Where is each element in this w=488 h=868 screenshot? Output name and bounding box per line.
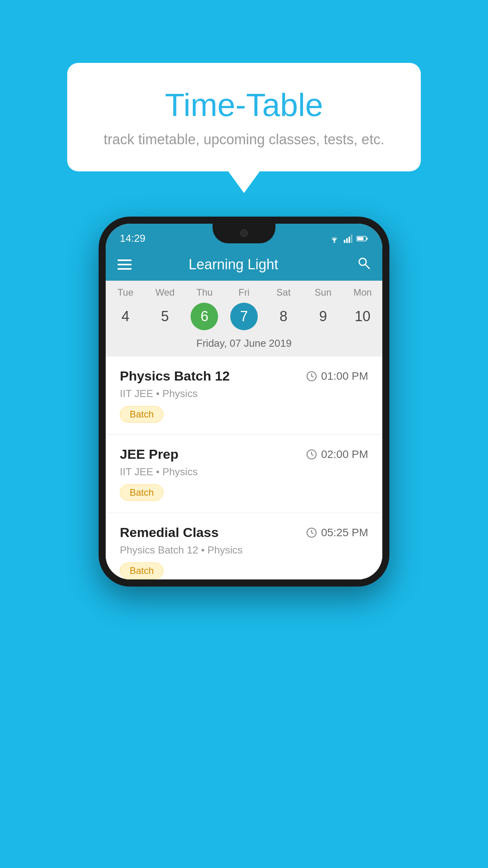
weekday-num: 9 [309, 303, 337, 330]
event-card[interactable]: Remedial Class 05:25 PM Physics Batch 12… [106, 513, 382, 579]
phone-wrapper: 14:29 [99, 217, 389, 587]
svg-point-0 [334, 241, 335, 243]
weekday-label: Thu [185, 287, 224, 298]
event-header: Physics Batch 12 01:00 PM [120, 368, 368, 384]
weekday-num: 8 [270, 303, 297, 330]
weekday-label: Sat [264, 287, 303, 298]
weekday-label: Tue [106, 287, 145, 298]
svg-rect-7 [357, 237, 363, 240]
search-button[interactable] [357, 256, 371, 273]
event-name: Remedial Class [120, 525, 218, 540]
weekdays-row: Tue4Wed5Thu6Fri7Sat8Sun9Mon10 [106, 281, 382, 333]
events-section: Physics Batch 12 01:00 PM IIT JEE • Phys… [106, 357, 382, 579]
weekday-label: Wed [145, 287, 185, 298]
battery-icon [356, 235, 368, 242]
weekday-cell[interactable]: Sun9 [303, 287, 343, 330]
clock-icon [306, 527, 317, 538]
speech-bubble-wrapper: Time-Table track timetable, upcoming cla… [67, 63, 421, 193]
svg-line-9 [365, 265, 369, 268]
menu-button[interactable] [117, 259, 132, 270]
event-card[interactable]: JEE Prep 02:00 PM IIT JEE • Physics Batc… [106, 435, 382, 513]
svg-rect-6 [367, 237, 368, 240]
batch-tag: Batch [120, 484, 163, 501]
weekday-cell[interactable]: Mon10 [343, 287, 382, 330]
selected-date-label: Friday, 07 June 2019 [106, 333, 382, 357]
weekday-cell[interactable]: Sat8 [264, 287, 303, 330]
weekday-num: 7 [230, 303, 258, 330]
app-title: Learning Light [139, 256, 327, 273]
speech-bubble: Time-Table track timetable, upcoming cla… [67, 63, 421, 171]
clock-icon [306, 449, 317, 460]
event-time: 02:00 PM [306, 448, 368, 461]
event-meta: IIT JEE • Physics [120, 388, 368, 400]
event-name: JEE Prep [120, 447, 178, 462]
weekday-cell[interactable]: Wed5 [145, 287, 185, 330]
event-time: 05:25 PM [306, 526, 368, 539]
event-header: JEE Prep 02:00 PM [120, 447, 368, 462]
weekday-label: Mon [343, 287, 382, 298]
weekday-num: 6 [191, 303, 218, 330]
weekday-num: 4 [112, 303, 139, 330]
speech-bubble-title: Time-Table [99, 86, 389, 123]
weekday-num: 5 [151, 303, 179, 330]
svg-rect-2 [346, 238, 348, 243]
event-name: Physics Batch 12 [120, 368, 230, 384]
weekday-label: Fri [224, 287, 264, 298]
wifi-icon [329, 234, 340, 243]
weekday-cell[interactable]: Thu6 [185, 287, 224, 330]
status-time: 14:29 [120, 232, 145, 245]
event-meta: Physics Batch 12 • Physics [120, 544, 368, 556]
weekday-label: Sun [303, 287, 343, 298]
batch-tag: Batch [120, 406, 163, 423]
phone-frame: 14:29 [99, 217, 389, 587]
svg-rect-4 [351, 234, 352, 243]
batch-tag: Batch [120, 563, 163, 579]
weekday-num: 10 [349, 303, 376, 330]
svg-rect-1 [344, 240, 345, 243]
app-bar: Learning Light [106, 248, 382, 281]
event-card[interactable]: Physics Batch 12 01:00 PM IIT JEE • Phys… [106, 357, 382, 435]
event-header: Remedial Class 05:25 PM [120, 525, 368, 540]
phone-screen: 14:29 [106, 224, 382, 579]
weekday-cell[interactable]: Tue4 [106, 287, 145, 330]
clock-icon [306, 371, 317, 382]
event-meta: IIT JEE • Physics [120, 466, 368, 478]
phone-camera [240, 229, 248, 237]
phone-notch [213, 224, 275, 243]
event-time: 01:00 PM [306, 370, 368, 383]
speech-bubble-arrow [228, 171, 260, 193]
svg-rect-3 [349, 237, 350, 243]
speech-bubble-subtitle: track timetable, upcoming classes, tests… [99, 131, 389, 148]
status-icons [329, 234, 368, 243]
weekday-cell[interactable]: Fri7 [224, 287, 264, 330]
signal-icon [344, 234, 352, 243]
calendar-section: Tue4Wed5Thu6Fri7Sat8Sun9Mon10 Friday, 07… [106, 281, 382, 357]
